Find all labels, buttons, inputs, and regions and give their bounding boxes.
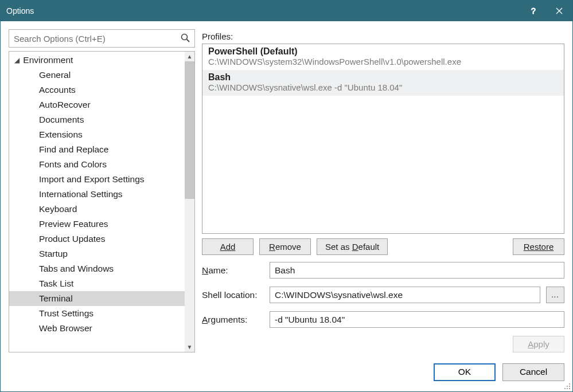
options-tree[interactable]: ◢ EnvironmentGeneralAccountsAutoRecoverD… [9, 51, 195, 352]
arguments-label: Arguments: [202, 315, 264, 325]
tree-item-startup[interactable]: Startup [9, 246, 185, 261]
profile-path: C:\WINDOWS\system32\WindowsPowerShell\v1… [208, 57, 558, 66]
tree-item-tabs-and-windows[interactable]: Tabs and Windows [9, 261, 185, 276]
tree-item-task-list[interactable]: Task List [9, 276, 185, 291]
svg-point-7 [569, 388, 570, 389]
tree-item-web-browser[interactable]: Web Browser [9, 321, 185, 336]
profiles-list[interactable]: PowerShell (Default)C:\WINDOWS\system32\… [202, 44, 564, 234]
profile-name: PowerShell (Default) [208, 46, 558, 57]
tree-item-preview-features[interactable]: Preview Features [9, 217, 185, 232]
right-panel: Profiles: PowerShell (Default)C:\WINDOWS… [202, 29, 564, 352]
profile-edit-form: Name: Shell location: ... Arguments: [202, 262, 564, 328]
svg-point-3 [567, 386, 568, 387]
svg-text:?: ? [531, 7, 536, 15]
remove-button[interactable]: Remove [259, 238, 311, 255]
name-input[interactable] [270, 262, 564, 279]
help-icon: ? [529, 7, 537, 15]
name-label: Name: [202, 265, 264, 276]
dialog-footer: OK Cancel [1, 357, 572, 391]
tree-item-general[interactable]: General [9, 68, 185, 83]
tree-item-documents[interactable]: Documents [9, 112, 185, 127]
ok-button[interactable]: OK [434, 363, 496, 381]
help-button[interactable]: ? [520, 1, 546, 21]
title-bar: Options ? [1, 1, 572, 21]
shell-location-label: Shell location: [202, 290, 264, 300]
tree-item-autorecover[interactable]: AutoRecover [9, 97, 185, 112]
tree-root-environment[interactable]: ◢ Environment [9, 53, 185, 68]
arguments-input[interactable] [270, 311, 564, 328]
window-title: Options [6, 6, 520, 15]
resize-grip[interactable] [563, 382, 571, 390]
svg-point-4 [569, 386, 570, 387]
svg-point-2 [569, 383, 570, 385]
profiles-button-row: Add Remove Set as Default Restore [202, 238, 564, 255]
left-panel: ◢ EnvironmentGeneralAccountsAutoRecoverD… [9, 29, 195, 352]
close-button[interactable] [546, 1, 572, 21]
tree-item-trust-settings[interactable]: Trust Settings [9, 306, 185, 321]
cancel-button[interactable]: Cancel [502, 363, 564, 381]
shell-location-input[interactable] [270, 287, 540, 303]
profile-name: Bash [208, 72, 558, 83]
apply-button[interactable]: Apply [513, 336, 564, 352]
tree-scrollbar-thumb[interactable] [185, 61, 194, 199]
add-button[interactable]: Add [202, 238, 254, 255]
scroll-up-arrow[interactable]: ▲ [185, 52, 194, 61]
close-icon [556, 7, 563, 14]
options-dialog: Options ? ◢ EnvironmentGeneralAccountsAu… [0, 0, 573, 392]
tree-item-find-and-replace[interactable]: Find and Replace [9, 142, 185, 157]
svg-point-6 [567, 388, 568, 389]
tree-item-fonts-and-colors[interactable]: Fonts and Colors [9, 157, 185, 172]
tree-item-import-and-export-settings[interactable]: Import and Export Settings [9, 172, 185, 187]
scroll-down-arrow[interactable]: ▼ [185, 342, 194, 352]
tree-item-accounts[interactable]: Accounts [9, 83, 185, 97]
search-input[interactable] [9, 29, 195, 48]
profile-path: C:\WINDOWS\sysnative\wsl.exe -d "Ubuntu … [208, 83, 558, 92]
tree-item-extensions[interactable]: Extensions [9, 127, 185, 142]
tree-scrollbar[interactable]: ▲ ▼ [185, 52, 194, 352]
caret-down-icon: ◢ [13, 56, 21, 64]
set-default-button[interactable]: Set as Default [317, 238, 388, 255]
tree-item-keyboard[interactable]: Keyboard [9, 202, 185, 217]
svg-point-5 [564, 388, 566, 389]
tree-item-product-updates[interactable]: Product Updates [9, 232, 185, 246]
profile-row[interactable]: PowerShell (Default)C:\WINDOWS\system32\… [202, 44, 564, 70]
tree-root-label: Environment [23, 55, 73, 65]
restore-button[interactable]: Restore [513, 238, 564, 255]
browse-button[interactable]: ... [546, 287, 564, 303]
profile-row[interactable]: BashC:\WINDOWS\sysnative\wsl.exe -d "Ubu… [202, 70, 564, 96]
tree-item-terminal[interactable]: Terminal [9, 291, 185, 306]
dialog-content: ◢ EnvironmentGeneralAccountsAutoRecoverD… [1, 21, 572, 357]
profiles-label: Profiles: [202, 32, 564, 41]
tree-item-international-settings[interactable]: International Settings [9, 187, 185, 202]
